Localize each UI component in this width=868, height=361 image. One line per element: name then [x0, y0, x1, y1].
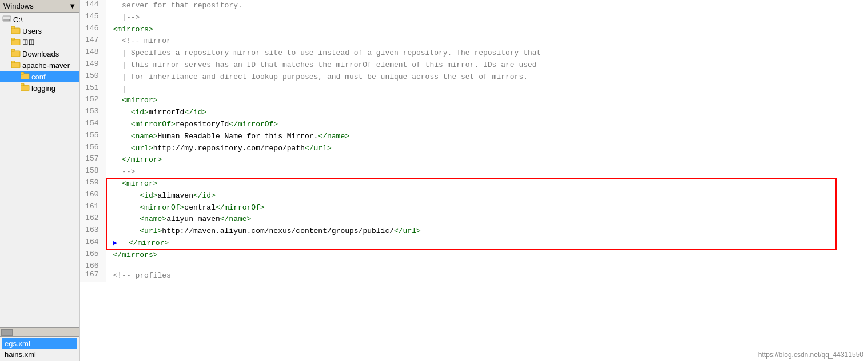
tree-item-apache-maver[interactable]: apache-maver — [0, 59, 79, 71]
code-line: 144 server for that repository. — [80, 0, 868, 12]
line-code: <id>alimaven</id> — [106, 190, 868, 202]
tree-item-conf[interactable]: conf — [0, 71, 79, 82]
line-number: 145 — [80, 12, 106, 24]
arrow-indicator: ▶ — [113, 239, 118, 247]
line-code: <!-- profiles — [106, 270, 868, 282]
code-line: 162 <name>aliyun maven</name> — [80, 214, 868, 226]
svg-rect-9 — [11, 62, 20, 68]
sidebar-header[interactable]: Windows ▼ — [0, 0, 79, 13]
line-code: | for inheritance and direct lookup purp… — [106, 71, 868, 83]
line-code: server for that repository. — [106, 0, 868, 12]
folder-icon — [11, 61, 21, 70]
svg-rect-7 — [11, 51, 20, 57]
line-number: 165 — [80, 250, 106, 262]
code-line: 155 <name>Human Readable Name for this M… — [80, 131, 868, 143]
svg-rect-8 — [11, 49, 15, 51]
watermark: https://blog.csdn.net/qq_44311550 — [758, 351, 863, 359]
sidebar-dropdown-icon[interactable]: ▼ — [69, 2, 76, 10]
tree-label: Users — [22, 27, 42, 35]
tree-label: conf — [31, 73, 46, 81]
sidebar: Windows ▼ C:\ Users 田田 Downloads apache-… — [0, 0, 80, 361]
xml-text: alimaven — [158, 191, 193, 200]
xml-text — [113, 96, 122, 105]
code-line: 151 | — [80, 83, 868, 95]
xml-tag: <url> — [131, 144, 153, 153]
folder-icon — [21, 83, 30, 93]
code-line: 166 — [80, 262, 868, 270]
xml-tag: </name> — [318, 132, 349, 141]
tree-label: 田田 — [22, 38, 35, 47]
code-line: 163 <url>http://maven.aliyun.com/nexus/c… — [80, 226, 868, 238]
xml-tag: <id> — [140, 191, 157, 200]
xml-tag: <id> — [131, 108, 149, 117]
file-item-settings-xml[interactable]: egs.xml — [2, 338, 77, 349]
tree-item-downloads[interactable]: Downloads — [0, 48, 79, 59]
xml-tag: </url> — [394, 227, 421, 235]
xml-text — [113, 144, 131, 153]
svg-point-2 — [9, 19, 10, 21]
xml-tag: </mirrors> — [113, 251, 158, 259]
code-line: 156 <url>http://my.repository.com/repo/p… — [80, 143, 868, 155]
xml-text: central — [184, 203, 216, 212]
xml-text — [113, 203, 140, 212]
line-code: | Specifies a repository mirror site to … — [106, 47, 868, 59]
scrollbar-thumb[interactable] — [1, 329, 13, 336]
xml-text: mirrorId — [149, 108, 184, 117]
line-number: 158 — [80, 166, 106, 178]
comment-text: | this mirror serves has an ID that matc… — [113, 61, 537, 69]
horizontal-scrollbar[interactable] — [0, 327, 79, 336]
line-code: |--> — [106, 12, 868, 24]
xml-text: aliyun maven — [166, 215, 220, 223]
line-number: 159 — [80, 178, 106, 190]
xml-text — [113, 215, 140, 223]
code-line: 154 <mirrorOf>repositoryId</mirrorOf> — [80, 119, 868, 131]
xml-tag: </id> — [193, 191, 216, 200]
comment-text: |--> — [113, 13, 140, 22]
svg-rect-5 — [11, 39, 20, 45]
code-line: 152 <mirror> — [80, 95, 868, 107]
tree-item-c-drive[interactable]: C:\ — [0, 14, 79, 25]
sidebar-title: Windows — [3, 2, 34, 10]
code-line: 159 <mirror> — [80, 178, 868, 190]
code-line: 165</mirrors> — [80, 250, 868, 262]
line-code: <url>http://my.repository.com/repo/path<… — [106, 143, 868, 155]
tree-item-logging[interactable]: logging — [0, 82, 79, 94]
line-number: 149 — [80, 59, 106, 71]
tree-label: logging — [31, 84, 55, 93]
line-number: 163 — [80, 226, 106, 238]
xml-tag: </id> — [184, 108, 206, 117]
tree-label: Downloads — [22, 50, 59, 58]
line-number: 155 — [80, 131, 106, 143]
line-code: <!-- mirror — [106, 35, 868, 47]
svg-rect-13 — [21, 85, 29, 91]
xml-tag: <name> — [140, 215, 166, 223]
line-code: <mirrorOf>repositoryId</mirrorOf> — [106, 119, 868, 131]
comment-text: | — [113, 85, 126, 93]
line-code: <name>Human Readable Name for this Mirro… — [106, 131, 868, 143]
xml-text: Human Readable Name for this Mirror. — [158, 132, 318, 141]
xml-tag: <mirrorOf> — [140, 203, 184, 212]
line-code — [106, 262, 868, 270]
code-line: 164▶ </mirror> — [80, 238, 868, 250]
tree-item-users[interactable]: Users — [0, 25, 79, 37]
svg-rect-4 — [11, 26, 15, 29]
tree-item-grid-folder[interactable]: 田田 — [0, 37, 79, 48]
comment-text: | Specifies a repository mirror site to … — [113, 49, 541, 57]
line-code: <name>aliyun maven</name> — [106, 214, 868, 226]
code-line: 147 <!-- mirror — [80, 35, 868, 47]
folder-icon — [11, 26, 21, 35]
file-item-toolchains-xml[interactable]: hains.xml — [2, 349, 77, 360]
code-area[interactable]: 144 server for that repository.145 |-->1… — [80, 0, 868, 361]
xml-tag: <mirrorOf> — [131, 120, 176, 129]
line-number: 150 — [80, 71, 106, 83]
code-table: 144 server for that repository.145 |-->1… — [80, 0, 868, 282]
tree-label: apache-maver — [22, 61, 70, 70]
code-line: 145 |--> — [80, 12, 868, 24]
xml-tag: <mirror> — [122, 179, 157, 188]
line-code: | — [106, 83, 868, 95]
xml-tag: </url> — [305, 144, 332, 153]
sidebar-tree: C:\ Users 田田 Downloads apache-maver conf… — [0, 13, 79, 327]
xml-text: http://my.repository.com/repo/path — [153, 144, 305, 153]
line-code: | this mirror serves has an ID that matc… — [106, 59, 868, 71]
code-line: 161 <mirrorOf>central</mirrorOf> — [80, 202, 868, 214]
